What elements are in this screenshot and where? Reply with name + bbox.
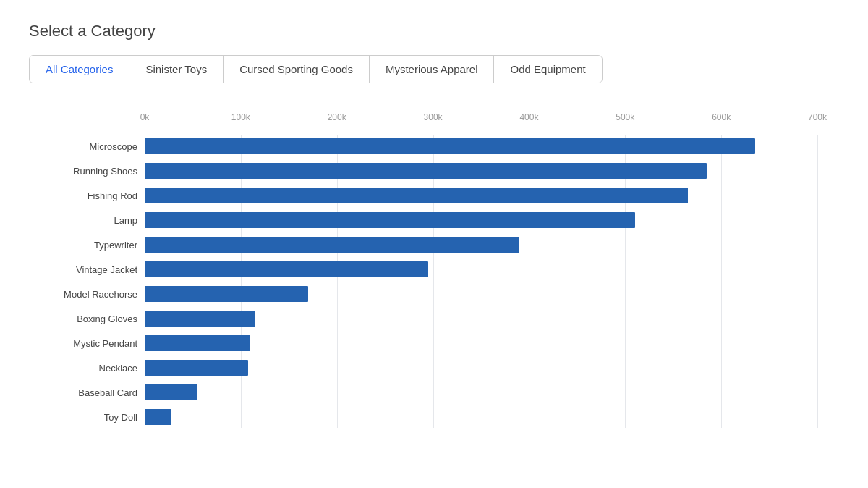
grid-line-7 <box>817 135 818 428</box>
x-label-0k: 0k <box>140 112 150 122</box>
bar-label: Typewriter <box>29 240 137 251</box>
x-label-300k: 300k <box>424 112 443 122</box>
bar-label: Lamp <box>29 215 137 226</box>
x-label-400k: 400k <box>519 112 538 122</box>
x-label-100k: 100k <box>231 112 250 122</box>
tab-odd-equipment[interactable]: Odd Equipment <box>494 56 601 83</box>
bar-label: Microscope <box>29 141 137 152</box>
bar <box>145 138 755 154</box>
bar-label: Mystic Pendant <box>29 338 137 349</box>
bar-row: Typewriter <box>145 234 817 256</box>
bar <box>145 409 171 425</box>
bar-row: Vintage Jacket <box>145 258 817 280</box>
page-title: Select a Category <box>29 22 839 41</box>
bar <box>145 286 308 302</box>
bars-container: MicroscopeRunning ShoesFishing RodLampTy… <box>145 135 817 428</box>
chart-area: 0k100k200k300k400k500k600k700k Microscop… <box>29 105 839 428</box>
x-label-200k: 200k <box>328 112 346 122</box>
bar-label: Vintage Jacket <box>29 264 137 275</box>
bar-row: Lamp <box>145 209 817 231</box>
bar <box>145 212 635 228</box>
bar <box>145 384 197 400</box>
bar-row: Baseball Card <box>145 382 817 403</box>
bar-row: Boxing Gloves <box>145 308 817 329</box>
bar-label: Boxing Gloves <box>29 314 137 324</box>
bar-row: Model Racehorse <box>145 283 817 305</box>
bar-label: Running Shoes <box>29 166 137 177</box>
x-label-700k: 700k <box>808 112 827 122</box>
bar-row: Toy Doll <box>145 406 817 428</box>
x-label-600k: 600k <box>712 112 731 122</box>
tab-cursed-sporting-goods[interactable]: Cursed Sporting Goods <box>224 56 370 83</box>
bar <box>145 188 688 203</box>
bar <box>145 163 707 179</box>
bar-label: Toy Doll <box>29 412 137 423</box>
bar-label: Baseball Card <box>29 387 137 398</box>
bar <box>145 311 255 327</box>
bar-label: Fishing Rod <box>29 190 137 201</box>
bar <box>145 237 519 253</box>
bar-row: Fishing Rod <box>145 185 817 206</box>
x-axis: 0k100k200k300k400k500k600k700k <box>145 112 817 130</box>
bar-row: Mystic Pendant <box>145 332 817 354</box>
tab-sinister-toys[interactable]: Sinister Toys <box>129 56 224 83</box>
bar <box>145 335 250 351</box>
bar-label: Model Racehorse <box>29 289 137 300</box>
x-label-500k: 500k <box>616 112 634 122</box>
bar <box>145 261 428 277</box>
bar <box>145 360 248 376</box>
bar-row: Microscope <box>145 135 817 157</box>
bar-row: Running Shoes <box>145 160 817 182</box>
category-tabs: All CategoriesSinister ToysCursed Sporti… <box>29 55 603 83</box>
tab-all-categories[interactable]: All Categories <box>30 56 129 83</box>
tab-mysterious-apparel[interactable]: Mysterious Apparel <box>370 56 495 83</box>
bar-label: Necklace <box>29 363 137 374</box>
bar-row: Necklace <box>145 357 817 379</box>
